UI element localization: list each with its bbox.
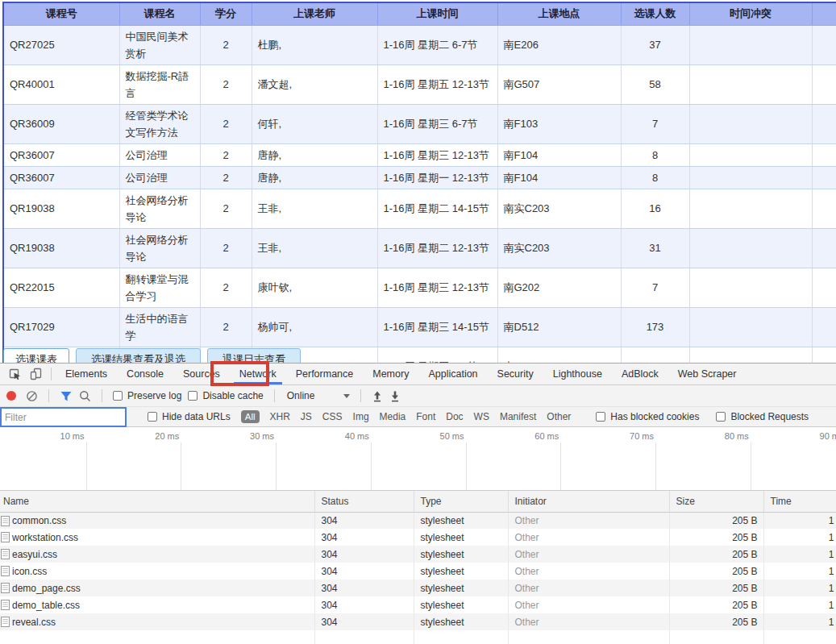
course-header-conflict: 时间冲突 (689, 2, 812, 25)
col-header-time[interactable]: Time (763, 491, 836, 512)
course-row[interactable]: QR19038 社会网络分析导论 2 王非, 1-16周 星期二 12-13节 … (3, 228, 836, 268)
col-header-status[interactable]: Status (314, 491, 414, 512)
preserve-log-checkbox[interactable] (113, 391, 123, 401)
record-icon[interactable] (6, 391, 16, 401)
hide-data-urls-checkbox[interactable] (148, 412, 157, 422)
network-overview-timeline[interactable]: 10 ms 20 ms 30 ms 40 ms 50 ms 60 ms 70 m… (0, 427, 836, 491)
col-header-size[interactable]: Size (669, 491, 763, 512)
timeline-tick-label: 70 ms (630, 431, 654, 441)
course-name-cell: 经管类学术论文写作方法 (119, 104, 200, 143)
col-header-type[interactable]: Type (414, 491, 508, 512)
timeline-tick-label: 10 ms (60, 431, 85, 441)
devtools-tab[interactable]: AdBlock (612, 364, 668, 384)
export-har-icon[interactable] (389, 390, 401, 402)
stylesheet-file-icon (1, 600, 10, 610)
course-row[interactable]: QR40001 数据挖掘-R語言 2 潘文超, 1-16周 星期五 12-13节… (3, 64, 836, 104)
page-tab-strip: 选课课表 选课结果查看及退选 退课日志查看 (0, 348, 836, 363)
course-conflict-cell (689, 166, 812, 189)
col-header-initiator[interactable]: Initiator (508, 491, 669, 512)
request-row[interactable]: common.css 304 stylesheet Other 205 B 1 (0, 512, 836, 529)
course-header-location: 上课地点 (497, 2, 621, 25)
devtools-tab[interactable]: Application (418, 364, 487, 384)
tab-course-schedule[interactable]: 选课课表 (3, 348, 69, 363)
has-blocked-cookies-checkbox[interactable] (596, 412, 605, 422)
request-row[interactable]: demo_page.css 304 stylesheet Other 205 B… (0, 580, 836, 596)
throttling-dropdown[interactable]: Online (287, 390, 350, 401)
devtools-tab[interactable]: Security (488, 364, 543, 384)
filter-type-chip[interactable]: JS (301, 411, 312, 422)
tab-drop-log[interactable]: 退课日志查看 (207, 348, 301, 363)
filter-type-all[interactable]: All (241, 410, 260, 423)
filter-type-chip[interactable]: Font (416, 411, 435, 422)
course-row[interactable]: QR17029 生活中的语言学 2 杨帅可, 1-16周 星期三 14-15节 … (3, 307, 836, 347)
inspect-element-icon[interactable] (5, 364, 26, 384)
request-name-cell: demo_table.css (0, 596, 314, 613)
course-location-cell: 南D512 (497, 307, 621, 347)
request-time-cell: 1 (763, 529, 836, 546)
course-row[interactable]: QR27025 中国民间美术赏析 2 杜鹏, 1-16周 星期二 6-7节 南E… (3, 25, 836, 64)
stylesheet-file-icon (1, 617, 10, 627)
filter-type-chip[interactable]: Other (547, 411, 571, 422)
filter-type-chip[interactable]: Doc (446, 411, 463, 422)
devtools-tab[interactable]: Performance (286, 364, 364, 384)
course-teacher-cell: 康叶钦, (252, 268, 377, 307)
devtools-tab[interactable]: Console (117, 364, 173, 384)
course-row[interactable]: QR36009 经管类学术论文写作方法 2 何轩, 1-16周 星期三 6-7节… (3, 104, 836, 143)
course-id-cell: QR36007 (3, 143, 119, 166)
request-name: workstation.css (12, 532, 78, 543)
course-row[interactable]: QR36007 公司治理 2 唐静, 1-16周 星期一 12-13节 南F10… (3, 166, 836, 189)
devtools-tab[interactable]: Sources (173, 364, 230, 384)
clear-icon[interactable] (26, 390, 38, 402)
filter-type-chip[interactable]: WS (474, 411, 489, 422)
devtools-tab[interactable]: Network (230, 364, 286, 384)
request-name-cell: easyui.css (0, 546, 314, 563)
devtools-tab[interactable]: Lighthouse (543, 364, 612, 384)
filter-type-chip[interactable]: Img (353, 411, 369, 422)
request-name: demo_table.css (12, 600, 80, 611)
filter-type-chip[interactable]: XHR (270, 411, 290, 422)
device-toolbar-icon[interactable] (26, 364, 47, 384)
course-credits-cell: 2 (200, 307, 252, 347)
filter-type-chip[interactable]: CSS (322, 411, 343, 422)
disable-cache-label: Disable cache (202, 390, 263, 401)
tab-selection-result[interactable]: 选课结果查看及退选 (76, 348, 201, 363)
blocked-requests-checkbox[interactable] (716, 412, 726, 422)
course-location-cell: 南G202 (497, 268, 621, 307)
course-time-cell: 1-16周 星期三 12-13节 (377, 268, 497, 307)
filter-input[interactable] (0, 407, 127, 427)
course-conflict-cell (689, 268, 812, 307)
search-icon[interactable] (79, 390, 91, 402)
course-row[interactable]: QR19038 社会网络分析导论 2 王非, 1-16周 星期二 14-15节 … (3, 189, 836, 228)
import-har-icon[interactable] (372, 390, 383, 402)
col-header-name[interactable]: Name (0, 491, 314, 512)
request-row[interactable]: icon.css 304 stylesheet Other 205 B 1 (0, 563, 836, 580)
course-extra-cell (812, 189, 836, 228)
course-conflict-cell (689, 143, 812, 166)
course-name-cell: 公司治理 (119, 143, 200, 166)
filter-funnel-icon[interactable] (60, 390, 73, 402)
filter-type-chip[interactable]: Media (380, 411, 406, 422)
request-initiator-cell: Other (508, 546, 669, 563)
request-row[interactable]: easyui.css 304 stylesheet Other 205 B 1 (0, 546, 836, 563)
toolbar-separator (48, 389, 49, 402)
disable-cache-checkbox[interactable] (188, 391, 198, 401)
course-row[interactable]: QR22015 翻转课堂与混合学习 2 康叶钦, 1-16周 星期三 12-13… (3, 268, 836, 307)
request-status-cell: 304 (314, 512, 414, 529)
blocked-requests-label: Blocked Requests (730, 411, 809, 422)
devtools-tab[interactable]: Web Scraper (668, 364, 747, 384)
filter-type-chip[interactable]: Manifest (500, 411, 536, 422)
course-teacher-cell: 唐静, (252, 166, 377, 189)
devtools-tab[interactable]: Elements (56, 364, 117, 384)
course-location-cell: 南实C203 (497, 228, 621, 268)
devtools-tab[interactable]: Memory (363, 364, 418, 384)
request-row[interactable]: workstation.css 304 stylesheet Other 205… (0, 529, 836, 546)
course-conflict-cell (689, 104, 812, 143)
request-row[interactable]: reveal.css 304 stylesheet Other 205 B 1 (0, 613, 836, 630)
request-row[interactable]: demo_table.css 304 stylesheet Other 205 … (0, 596, 836, 613)
course-row[interactable]: QR36007 公司治理 2 唐静, 1-16周 星期三 12-13节 南F10… (3, 143, 836, 166)
course-time-cell: 1-16周 星期三 14-15节 (377, 307, 497, 347)
course-header-teacher: 上课老师 (252, 2, 377, 25)
course-selection-panel: 课程号 课程名 学分 上课老师 上课时间 上课地点 选课人数 时间冲突 QR27… (0, 0, 836, 363)
course-count-cell: 8 (621, 166, 689, 189)
course-header-id: 课程号 (3, 2, 119, 25)
